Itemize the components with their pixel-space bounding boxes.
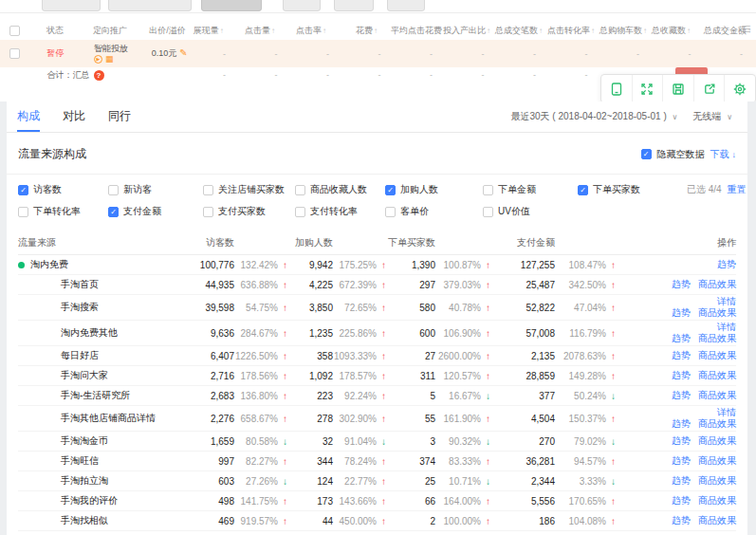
edit-bid-icon[interactable]: ✎ [179, 47, 187, 58]
action-link[interactable]: 趋势 [672, 307, 691, 318]
metric-checkbox-item[interactable]: 下单转化率 [18, 205, 108, 218]
action-link[interactable]: 趋势 [672, 350, 691, 360]
toolbar-button[interactable] [42, 0, 101, 11]
action-link[interactable]: 趋势 [672, 333, 691, 343]
trend-up-icon: ↑ [481, 516, 490, 526]
tab-1[interactable]: 构成 [17, 101, 40, 132]
metric-checkbox-item[interactable]: 新访客 [108, 183, 203, 196]
action-link[interactable]: 商品效果 [698, 307, 736, 318]
trend-up-icon: ↑ [481, 351, 490, 361]
traffic-source-table: 流量来源访客数加购人数下单买家数支付金额操作淘内免费100,776132.42%… [7, 230, 747, 535]
sortable-column-header[interactable]: 点击量↑ [237, 25, 288, 37]
action-link[interactable]: 趋势 [672, 370, 691, 380]
traffic-source-row: 淘内免费其他9,636284.67%↑1,235225.86%↑600106.9… [18, 321, 736, 346]
toolbar-button[interactable] [387, 0, 425, 11]
action-link[interactable]: 趋势 [672, 475, 691, 486]
trend-up-icon: ↑ [278, 260, 287, 270]
sortable-column-header[interactable]: 总收藏数↑ [652, 25, 704, 37]
save-icon[interactable] [662, 75, 693, 102]
toolbar-button[interactable] [334, 0, 374, 11]
sortable-column-header[interactable]: 总成交笔数↑ [495, 25, 547, 37]
action-link[interactable]: 商品效果 [698, 350, 736, 360]
tab-2[interactable]: 对比 [63, 101, 85, 132]
metric-checkbox-item[interactable]: 支付买家数 [203, 205, 295, 218]
action-link[interactable]: 商品效果 [698, 495, 736, 506]
device-preview-icon[interactable] [601, 75, 632, 102]
metric-cell: 34478.24%↑ [287, 456, 386, 467]
toolbar-button[interactable] [108, 0, 192, 11]
trend-up-icon: ↑ [481, 414, 490, 424]
settings-gear-icon[interactable] [724, 75, 755, 102]
action-link[interactable]: 趋势 [717, 259, 736, 269]
sortable-column-header[interactable]: 投入产出比↑ [443, 25, 495, 37]
export-share-icon[interactable] [693, 75, 725, 102]
flow-col-header: 支付金额 [490, 236, 616, 249]
row-checkbox[interactable] [9, 48, 20, 59]
metric-checkbox-item[interactable]: ✓支付金额 [108, 205, 203, 218]
action-link[interactable]: 商品效果 [698, 390, 736, 400]
fullscreen-icon[interactable] [632, 75, 663, 102]
sortable-column-header[interactable]: 平均点击花费↑ [391, 25, 443, 37]
sortable-column-header[interactable]: 花费↑ [340, 25, 391, 37]
action-link[interactable]: 趋势 [672, 279, 691, 289]
action-link[interactable]: 商品效果 [698, 279, 736, 289]
metric-checkbox-item[interactable]: UV价值 [483, 205, 578, 218]
traffic-source-row: 手淘我的评价498141.75%↑173143.66%↑66164.00%↑5,… [18, 491, 736, 511]
traffic-source-row: 手淘消息中心41192.06%↑89106.98%↑5951.28%↑5,496… [18, 531, 736, 535]
source-name: 手淘淘金币 [18, 434, 196, 448]
action-link[interactable]: 详情 [717, 407, 736, 417]
action-link[interactable]: 商品效果 [698, 370, 736, 380]
metric-checkbox-item[interactable]: ✓下单买家数 [578, 183, 687, 196]
section-title: 流量来源构成 [18, 146, 86, 162]
reset-link[interactable]: 重置 [728, 184, 747, 194]
empty-metric-cell: - [549, 49, 600, 59]
metric-checkbox-item[interactable]: 下单金额 [483, 183, 578, 196]
header-status: 状态 [46, 25, 93, 37]
hide-empty-checkbox[interactable]: ✓ [641, 149, 652, 159]
source-name: 手淘问大家 [18, 369, 196, 382]
action-link[interactable]: 商品效果 [698, 475, 736, 486]
trend-up-icon: ↑ [278, 351, 287, 361]
download-link[interactable]: 下载 [710, 148, 729, 161]
empty-total-cell: - [446, 70, 497, 80]
empty-metric-cell: - [653, 49, 704, 59]
action-link[interactable]: 商品效果 [698, 455, 736, 466]
action-link[interactable]: 详情 [717, 296, 736, 306]
action-link[interactable]: 商品效果 [698, 333, 736, 343]
action-link[interactable]: 商品效果 [698, 418, 736, 429]
action-link[interactable]: 趋势 [672, 495, 691, 506]
date-range-dropdown[interactable]: 最近30天 ( 2018-04-02~2018-05-01 ) ∨ [510, 110, 677, 123]
action-link[interactable]: 商品效果 [698, 515, 736, 526]
sortable-column-header[interactable]: 点击转化率↑ [547, 25, 599, 37]
metric-checkbox-item[interactable]: ✓访客数 [18, 183, 108, 196]
tab-3[interactable]: 同行 [108, 101, 131, 132]
action-link[interactable]: 趋势 [672, 418, 691, 429]
trend-up-icon: ↑ [278, 516, 287, 526]
metric-checkbox-item[interactable]: 商品收藏人数 [295, 183, 385, 196]
sortable-column-header[interactable]: 展现量↑ [186, 25, 237, 37]
action-link[interactable]: 趋势 [672, 515, 691, 526]
trend-up-icon: ↑ [377, 414, 386, 424]
toolbar-button[interactable] [283, 0, 321, 11]
column-settings-icon[interactable]: ——— [742, 25, 751, 33]
metric-checkbox-item[interactable]: 客单价 [385, 205, 483, 218]
action-link[interactable]: 趋势 [672, 455, 691, 466]
action-link[interactable]: 详情 [717, 322, 736, 332]
device-dropdown[interactable]: 无线端 ∨ [692, 110, 732, 123]
help-icon[interactable]: ? [94, 70, 104, 81]
action-link[interactable]: 趋势 [672, 435, 691, 446]
select-all-checkbox[interactable] [9, 26, 20, 36]
sortable-column-header[interactable]: 总购物车数↑ [599, 25, 652, 37]
action-link[interactable]: 商品效果 [698, 435, 736, 446]
action-link[interactable]: 趋势 [672, 390, 691, 400]
metric-checkbox-item[interactable]: ✓加购人数 [385, 183, 483, 196]
toolbar-button[interactable] [201, 0, 262, 11]
trend-up-icon: ↑ [481, 303, 490, 313]
trend-up-icon: ↑ [377, 516, 386, 526]
row-actions: 趋势商品效果 [616, 350, 736, 361]
sortable-column-header[interactable]: 点击率↑ [288, 25, 340, 37]
metric-checkbox-item[interactable]: 支付转化率 [295, 205, 385, 218]
metric-checkbox-item[interactable]: 关注店铺买家数 [203, 183, 295, 196]
empty-metric-cell: - [291, 49, 342, 59]
metric-cell: 36,28194.57%↑ [490, 456, 616, 467]
